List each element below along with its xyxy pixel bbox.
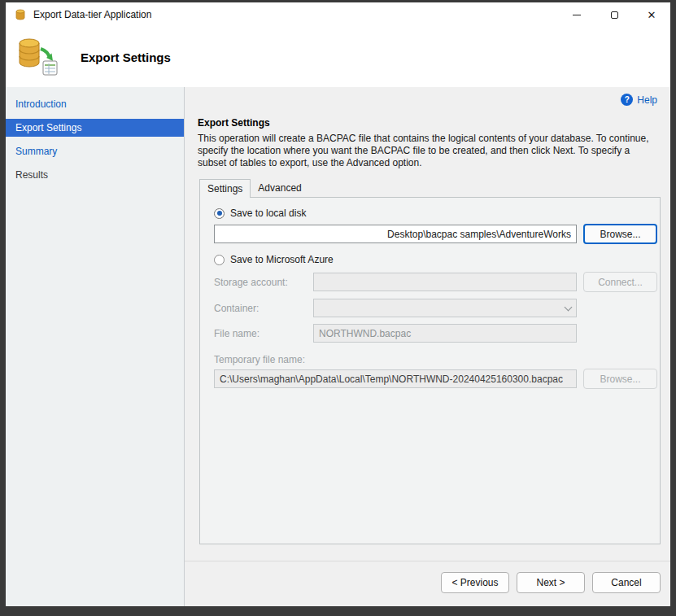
previous-button[interactable]: < Previous	[441, 572, 509, 593]
save-local-disk-option[interactable]: Save to local disk	[214, 208, 660, 219]
container-label: Container:	[214, 303, 313, 314]
connect-button: Connect...	[583, 272, 657, 292]
radio-selected-icon	[214, 208, 225, 219]
titlebar: Export Data-tier Application ✕	[6, 2, 670, 27]
temp-file-label: Temporary file name:	[214, 354, 660, 365]
minimize-icon	[573, 15, 581, 15]
storage-account-input	[313, 273, 577, 291]
container-dropdown	[313, 299, 577, 317]
settings-tab-panel: Save to local disk Browse... Save to Mic…	[199, 197, 661, 544]
close-button[interactable]: ✕	[633, 2, 670, 27]
export-database-icon	[15, 36, 59, 79]
file-name-row: File name:	[214, 324, 660, 343]
sidebar-item-introduction[interactable]: Introduction	[6, 95, 184, 113]
page-title: Export Settings	[81, 50, 171, 64]
window-title: Export Data-tier Application	[33, 9, 151, 20]
tab-strip: Settings Advanced	[199, 179, 670, 197]
sidebar-item-results: Results	[6, 166, 184, 184]
temp-file-input	[214, 369, 577, 388]
window-controls: ✕	[558, 2, 670, 27]
maximize-icon	[611, 11, 618, 19]
close-icon: ✕	[648, 10, 656, 20]
tab-advanced[interactable]: Advanced	[251, 179, 308, 197]
wizard-header: Export Settings	[6, 27, 670, 87]
wizard-steps-sidebar: Introduction Export Settings Summary Res…	[6, 87, 185, 606]
sidebar-item-summary[interactable]: Summary	[6, 142, 184, 160]
window-frame: Export Data-tier Application ✕	[0, 0, 676, 616]
save-azure-option[interactable]: Save to Microsoft Azure	[214, 254, 660, 265]
save-local-disk-label: Save to local disk	[230, 208, 306, 219]
container-row: Container:	[214, 299, 660, 317]
cancel-button[interactable]: Cancel	[592, 572, 661, 593]
section-heading: Export Settings	[198, 117, 657, 129]
maximize-button[interactable]	[595, 2, 633, 27]
help-label: Help	[637, 94, 657, 106]
chevron-down-icon	[565, 303, 573, 311]
temp-browse-button: Browse...	[583, 369, 657, 389]
file-name-label: File name:	[214, 328, 313, 339]
storage-account-label: Storage account:	[214, 277, 313, 288]
tab-settings[interactable]: Settings	[199, 179, 251, 198]
wizard-body: Introduction Export Settings Summary Res…	[6, 87, 670, 606]
help-icon: ?	[621, 94, 633, 106]
wizard-content: ? Help Export Settings This operation wi…	[185, 87, 670, 606]
radio-unselected-icon	[214, 255, 225, 265]
wizard-footer: < Previous Next > Cancel	[185, 561, 670, 606]
storage-account-row: Storage account: Connect...	[214, 272, 660, 292]
file-name-input	[313, 324, 577, 343]
temp-file-row: Browse...	[214, 369, 660, 389]
minimize-button[interactable]	[558, 2, 595, 27]
save-azure-label: Save to Microsoft Azure	[230, 254, 334, 265]
local-path-input[interactable]	[214, 225, 577, 243]
local-path-row: Browse...	[214, 224, 660, 244]
browse-button[interactable]: Browse...	[583, 224, 657, 244]
sidebar-item-export-settings[interactable]: Export Settings	[6, 119, 184, 137]
export-data-tier-dialog: Export Data-tier Application ✕	[6, 2, 670, 606]
help-link[interactable]: ? Help	[185, 87, 670, 106]
next-button[interactable]: Next >	[517, 572, 585, 593]
section-description: This operation will create a BACPAC file…	[198, 133, 657, 169]
app-icon	[14, 8, 27, 21]
